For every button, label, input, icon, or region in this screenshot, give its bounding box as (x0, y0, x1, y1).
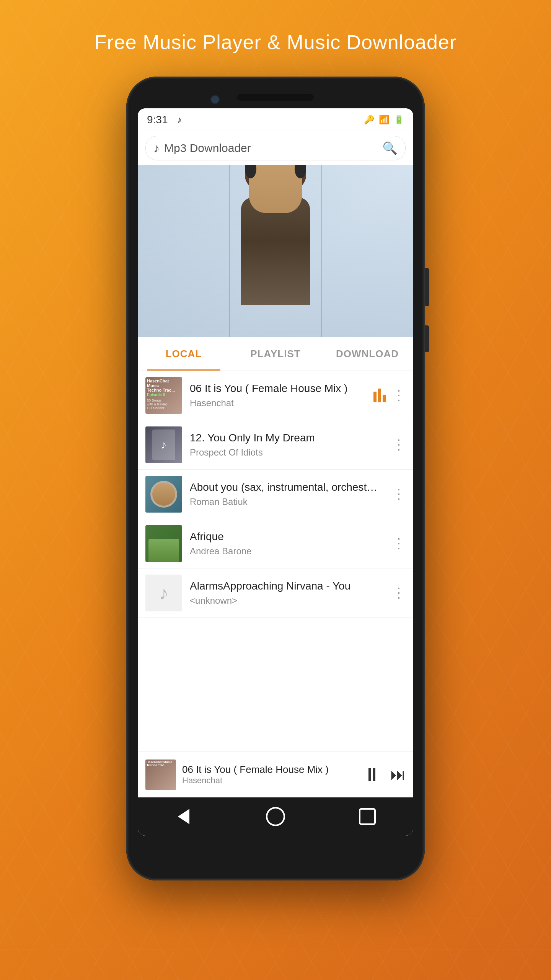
track-art: ♪ (145, 426, 182, 463)
status-time: 9:31 (147, 114, 168, 126)
track-item[interactable]: ♪ AlarmsApproaching Nirvana - You <unkno… (138, 568, 413, 618)
more-options-icon[interactable]: ⋮ (392, 437, 406, 453)
tab-local[interactable]: LOCAL (138, 337, 230, 371)
track-controls: ⋮ (392, 486, 406, 502)
equalizer-icon (373, 389, 386, 402)
track-controls: ⋮ (373, 387, 406, 403)
search-icon[interactable]: 🔍 (382, 141, 398, 155)
hero-figure (241, 198, 310, 305)
app-title: Mp3 Downloader (164, 142, 382, 155)
pause-button[interactable]: ⏸ (363, 764, 381, 785)
battery-icon: 🔋 (394, 115, 404, 125)
now-playing-title: 06 It is You ( Female House Mix ) (182, 764, 363, 776)
track-title: Afrique (190, 531, 392, 543)
more-options-icon[interactable]: ⋮ (392, 536, 406, 552)
track-title: AlarmsApproaching Nirvana - You (190, 580, 392, 592)
recents-button[interactable] (356, 805, 379, 828)
track-art: HasenChat MusicTechno Trac...Episode 6 5… (145, 377, 182, 414)
track-item[interactable]: HasenChat MusicTechno Trac...Episode 6 5… (138, 371, 413, 420)
page-title: Free Music Player & Music Downloader (95, 31, 456, 54)
track-art (145, 476, 182, 513)
track-info: 12. You Only In My Dream Prospect Of Idi… (190, 432, 392, 458)
bottom-navigation (138, 797, 413, 836)
track-info: About you (sax, instrumental, orchest… R… (190, 481, 392, 507)
track-item[interactable]: About you (sax, instrumental, orchest… R… (138, 470, 413, 519)
track-info: Afrique Andrea Barone (190, 531, 392, 557)
speaker (237, 94, 314, 101)
bar-2 (378, 389, 381, 402)
recents-icon (359, 808, 376, 825)
music-note-icon: ♪ (153, 141, 160, 155)
track-controls: ⋮ (392, 437, 406, 453)
track-controls: ⋮ (392, 536, 406, 552)
track-title: 06 It is You ( Female House Mix ) (190, 382, 373, 395)
more-options-icon[interactable]: ⋮ (392, 387, 406, 403)
key-icon: 🔑 (364, 115, 374, 125)
search-bar[interactable]: ♪ Mp3 Downloader 🔍 (145, 136, 406, 160)
track-art: ♪ (145, 575, 182, 611)
track-artist: Prospect Of Idiots (190, 447, 392, 458)
track-title: 12. You Only In My Dream (190, 432, 392, 444)
phone-frame: 9:31 ♪ 🔑 📶 🔋 ♪ Mp3 Downloader 🔍 (126, 77, 425, 880)
window-panel-3 (322, 165, 413, 337)
hero-image (138, 165, 413, 337)
track-artist: Roman Batiuk (190, 497, 392, 507)
figure-body (241, 198, 310, 305)
bar-1 (373, 392, 377, 402)
back-icon (178, 809, 189, 824)
track-artist: <unknown> (190, 595, 392, 606)
now-playing-info: 06 It is You ( Female House Mix ) Hasenc… (182, 764, 363, 786)
home-icon (266, 807, 285, 826)
status-icons: 🔑 📶 🔋 (364, 115, 404, 125)
screen: 9:31 ♪ 🔑 📶 🔋 ♪ Mp3 Downloader 🔍 (138, 108, 413, 836)
track-artist: Hasenchat (190, 398, 373, 408)
track-item[interactable]: ♪ 12. You Only In My Dream Prospect Of I… (138, 420, 413, 470)
more-options-icon[interactable]: ⋮ (392, 486, 406, 502)
next-button[interactable]: ⏭ (390, 766, 406, 783)
wifi-icon: 📶 (379, 115, 389, 125)
track-title: About you (sax, instrumental, orchest… (190, 481, 392, 493)
home-button[interactable] (264, 805, 287, 828)
track-item[interactable]: Afrique Andrea Barone ⋮ (138, 519, 413, 568)
track-info: 06 It is You ( Female House Mix ) Hasenc… (190, 382, 373, 408)
tab-bar: LOCAL PLAYLIST DOWNLOAD (138, 337, 413, 371)
track-info: AlarmsApproaching Nirvana - You <unknown… (190, 580, 392, 606)
more-options-icon[interactable]: ⋮ (392, 585, 406, 601)
bar-3 (383, 395, 386, 402)
track-list: HasenChat MusicTechno Trac...Episode 6 5… (138, 371, 413, 751)
now-playing-bar: HasenChat MusicTechno Trac 06 It is You … (138, 751, 413, 797)
tab-download[interactable]: DOWNLOAD (321, 337, 413, 371)
status-bar: 9:31 ♪ 🔑 📶 🔋 (138, 108, 413, 131)
window-panel-1 (138, 165, 230, 337)
music-note-icon: ♪ (177, 114, 182, 125)
camera (210, 95, 220, 104)
back-button[interactable] (172, 805, 195, 828)
now-playing-art: HasenChat MusicTechno Trac (145, 760, 176, 790)
tab-playlist[interactable]: PLAYLIST (230, 337, 321, 371)
track-art (145, 525, 182, 562)
now-playing-artist: Hasenchat (182, 776, 363, 786)
track-artist: Andrea Barone (190, 546, 392, 557)
figure-head (249, 165, 302, 213)
app-bar: ♪ Mp3 Downloader 🔍 (138, 131, 413, 165)
now-playing-controls: ⏸ ⏭ (363, 764, 406, 785)
track-controls: ⋮ (392, 585, 406, 601)
